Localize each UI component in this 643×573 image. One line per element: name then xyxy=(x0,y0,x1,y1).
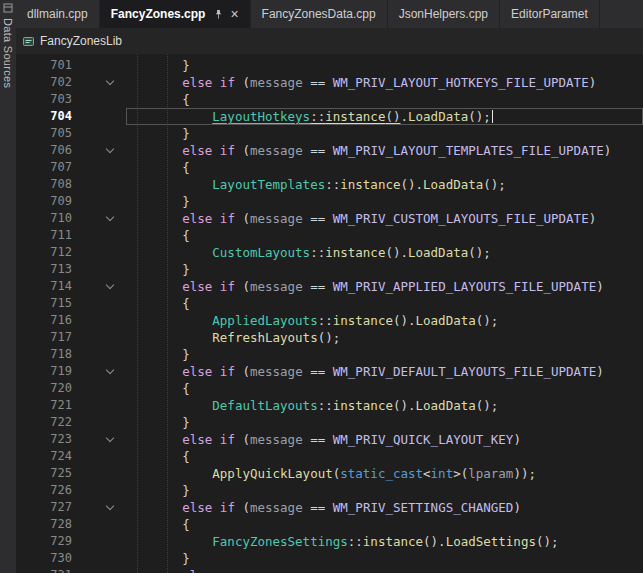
fold-margin[interactable] xyxy=(72,567,122,573)
code-text[interactable]: LayoutTemplates::instance().LoadData(); xyxy=(122,176,643,193)
code-text[interactable]: else if (message == WM_PRIV_LAYOUT_HOTKE… xyxy=(122,74,643,91)
code-line-705[interactable]: 705 } xyxy=(16,125,643,142)
code-line-727[interactable]: 727 else if (message == WM_PRIV_SETTINGS… xyxy=(16,499,643,516)
code-line-721[interactable]: 721 DefaultLayouts::instance().LoadData(… xyxy=(16,397,643,414)
line-number[interactable]: 728 xyxy=(16,516,72,533)
line-number[interactable]: 714 xyxy=(16,278,72,295)
code-line-728[interactable]: 728 { xyxy=(16,516,643,533)
tab-fancyzones-cpp[interactable]: FancyZones.cpp× xyxy=(100,0,251,28)
code-text[interactable]: else if (message == WM_PRIV_SETTINGS_CHA… xyxy=(122,499,643,516)
line-number[interactable]: 724 xyxy=(16,448,72,465)
line-number[interactable]: 720 xyxy=(16,380,72,397)
code-line-704[interactable]: 704 LayoutHotkeys::instance().LoadData()… xyxy=(16,108,643,125)
code-text[interactable]: else if (message == WM_PRIV_QUICK_LAYOUT… xyxy=(122,431,643,448)
code-line-723[interactable]: 723 else if (message == WM_PRIV_QUICK_LA… xyxy=(16,431,643,448)
fold-chevron-icon[interactable] xyxy=(106,433,114,441)
tab-jsonhelpers-cpp[interactable]: JsonHelpers.cpp xyxy=(388,0,500,28)
line-number[interactable]: 708 xyxy=(16,176,72,193)
code-text[interactable]: DefaultLayouts::instance().LoadData(); xyxy=(122,397,643,414)
code-text[interactable]: } xyxy=(122,261,643,278)
code-text[interactable]: { xyxy=(122,227,643,244)
line-number[interactable]: 704 xyxy=(16,108,72,125)
code-line-729[interactable]: 729 FancyZonesSettings::instance().LoadS… xyxy=(16,533,643,550)
code-text[interactable]: { xyxy=(122,295,643,312)
code-line-722[interactable]: 722 } xyxy=(16,414,643,431)
project-dropdown[interactable]: FancyZonesLib xyxy=(40,34,122,48)
code-text[interactable]: { xyxy=(122,91,643,108)
code-line-731[interactable]: 731 else xyxy=(16,567,643,573)
code-line-716[interactable]: 716 AppliedLayouts::instance().LoadData(… xyxy=(16,312,643,329)
line-number[interactable]: 702 xyxy=(16,74,72,91)
line-number[interactable]: 709 xyxy=(16,193,72,210)
code-text[interactable]: else if (message == WM_PRIV_LAYOUT_TEMPL… xyxy=(122,142,643,159)
line-number[interactable]: 701 xyxy=(16,57,72,74)
code-text[interactable]: } xyxy=(122,193,643,210)
code-line-717[interactable]: 717 RefreshLayouts(); xyxy=(16,329,643,346)
code-line-711[interactable]: 711 { xyxy=(16,227,643,244)
code-text[interactable]: { xyxy=(122,380,643,397)
code-line-707[interactable]: 707 { xyxy=(16,159,643,176)
line-number[interactable]: 730 xyxy=(16,550,72,567)
fold-margin[interactable] xyxy=(72,278,122,295)
code-line-718[interactable]: 718 } xyxy=(16,346,643,363)
code-text[interactable]: { xyxy=(122,159,643,176)
fold-margin[interactable] xyxy=(72,499,122,516)
line-number[interactable]: 726 xyxy=(16,482,72,499)
fold-chevron-icon[interactable] xyxy=(106,212,114,220)
line-number[interactable]: 731 xyxy=(16,567,72,573)
code-text[interactable]: } xyxy=(122,125,643,142)
fold-margin[interactable] xyxy=(72,363,122,380)
code-line-724[interactable]: 724 { xyxy=(16,448,643,465)
line-number[interactable]: 718 xyxy=(16,346,72,363)
code-text[interactable]: else if (message == WM_PRIV_DEFAULT_LAYO… xyxy=(122,363,643,380)
code-text[interactable]: } xyxy=(122,414,643,431)
code-text[interactable]: } xyxy=(122,550,643,567)
code-text[interactable]: RefreshLayouts(); xyxy=(122,329,643,346)
fold-margin[interactable] xyxy=(72,142,122,159)
line-number[interactable]: 722 xyxy=(16,414,72,431)
code-text[interactable]: } xyxy=(122,482,643,499)
line-number[interactable]: 716 xyxy=(16,312,72,329)
line-number[interactable]: 712 xyxy=(16,244,72,261)
code-text[interactable]: else xyxy=(122,567,643,573)
code-line-725[interactable]: 725 ApplyQuickLayout(static_cast<int>(lp… xyxy=(16,465,643,482)
code-line-712[interactable]: 712 CustomLayouts::instance().LoadData()… xyxy=(16,244,643,261)
fold-margin[interactable] xyxy=(72,210,122,227)
code-text[interactable]: } xyxy=(122,57,643,74)
line-number[interactable]: 721 xyxy=(16,397,72,414)
code-line-719[interactable]: 719 else if (message == WM_PRIV_DEFAULT_… xyxy=(16,363,643,380)
fold-chevron-icon[interactable] xyxy=(106,569,114,573)
tab-dllmain-cpp[interactable]: dllmain.cpp xyxy=(16,0,100,28)
code-line-709[interactable]: 709 } xyxy=(16,193,643,210)
close-tab-icon[interactable]: × xyxy=(230,7,238,21)
fold-chevron-icon[interactable] xyxy=(106,76,114,84)
line-number[interactable]: 705 xyxy=(16,125,72,142)
code-line-713[interactable]: 713 } xyxy=(16,261,643,278)
code-line-714[interactable]: 714 else if (message == WM_PRIV_APPLIED_… xyxy=(16,278,643,295)
code-text[interactable]: AppliedLayouts::instance().LoadData(); xyxy=(122,312,643,329)
code-line-701[interactable]: 701 } xyxy=(16,57,643,74)
code-line-730[interactable]: 730 } xyxy=(16,550,643,567)
data-sources-icon[interactable] xyxy=(3,3,13,13)
code-text[interactable]: { xyxy=(122,448,643,465)
fold-margin[interactable] xyxy=(72,431,122,448)
code-text[interactable]: LayoutHotkeys::instance().LoadData(); xyxy=(122,108,643,125)
fold-chevron-icon[interactable] xyxy=(106,501,114,509)
line-number[interactable]: 715 xyxy=(16,295,72,312)
code-text[interactable]: else if (message == WM_PRIV_CUSTOM_LAYOU… xyxy=(122,210,643,227)
line-number[interactable]: 703 xyxy=(16,91,72,108)
code-line-708[interactable]: 708 LayoutTemplates::instance().LoadData… xyxy=(16,176,643,193)
tab-fancyzonesdata-cpp[interactable]: FancyZonesData.cpp xyxy=(251,0,388,28)
fold-margin[interactable] xyxy=(72,74,122,91)
code-line-715[interactable]: 715 { xyxy=(16,295,643,312)
fold-chevron-icon[interactable] xyxy=(106,365,114,373)
line-number[interactable]: 725 xyxy=(16,465,72,482)
code-text[interactable]: CustomLayouts::instance().LoadData(); xyxy=(122,244,643,261)
line-number[interactable]: 723 xyxy=(16,431,72,448)
line-number[interactable]: 706 xyxy=(16,142,72,159)
line-number[interactable]: 710 xyxy=(16,210,72,227)
tool-tab-data-sources[interactable]: Data Sources xyxy=(2,18,14,88)
code-line-710[interactable]: 710 else if (message == WM_PRIV_CUSTOM_L… xyxy=(16,210,643,227)
fold-chevron-icon[interactable] xyxy=(106,280,114,288)
code-text[interactable]: } xyxy=(122,346,643,363)
